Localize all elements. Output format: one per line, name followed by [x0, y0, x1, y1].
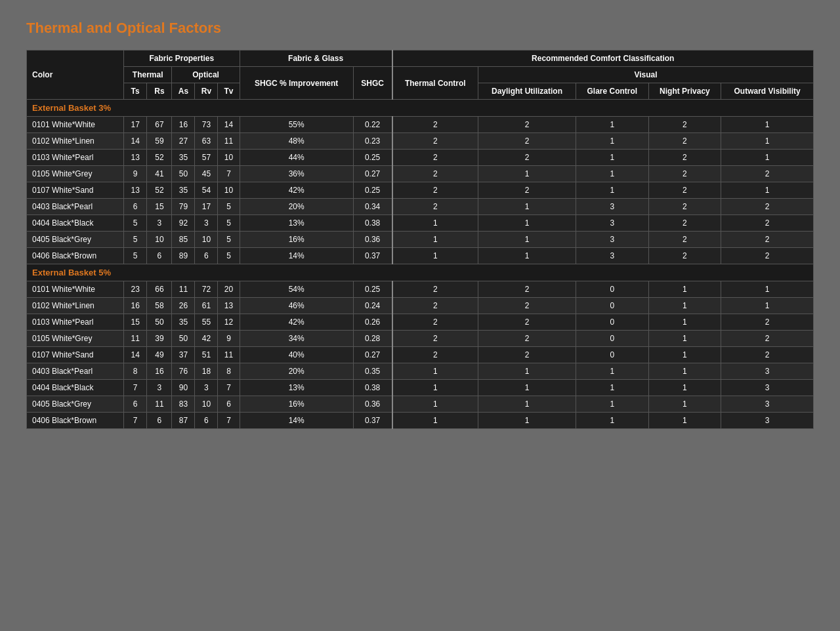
- table-row: 0403 Black*Pearl8167618820%0.3511113: [27, 363, 814, 380]
- table-row: 0405 Black*Grey6118310616%0.3611113: [27, 396, 814, 413]
- ts-header: Ts: [123, 83, 146, 100]
- table-row: 0107 White*Sand144937511140%0.2722012: [27, 347, 814, 363]
- outward-header: Outward Visibility: [721, 83, 814, 100]
- table-row: 0103 White*Pearl155035551242%0.2622012: [27, 314, 814, 331]
- shgc-header: SHGC: [353, 67, 392, 100]
- table-row: 0406 Black*Brown76876714%0.3711113: [27, 413, 814, 429]
- table-row: 0103 White*Pearl135235571044%0.2522121: [27, 150, 814, 166]
- table-row: 0101 White*White176716731455%0.2222121: [27, 117, 814, 133]
- color-header: Color: [27, 51, 124, 100]
- daylight-header: Daylight Utilization: [478, 83, 576, 100]
- tv-header: Tv: [218, 83, 240, 100]
- table-row: 0404 Black*Black53923513%0.3811322: [27, 215, 814, 232]
- rs-header: Rs: [147, 83, 172, 100]
- main-table: Color Fabric Properties Fabric & Glass R…: [26, 50, 814, 429]
- recommended-comfort-header: Recommended Comfort Classification: [392, 51, 814, 67]
- fabric-glass-header: Fabric & Glass: [240, 51, 392, 67]
- table-row: 0404 Black*Black73903713%0.3811113: [27, 380, 814, 396]
- page-title: Thermal and Optical Factors: [26, 20, 814, 37]
- night-privacy-header: Night Privacy: [648, 83, 721, 100]
- header-row-1: Color Fabric Properties Fabric & Glass R…: [27, 51, 814, 67]
- table-row: 0107 White*Sand135235541042%0.2522121: [27, 182, 814, 199]
- rv-header: Rv: [195, 83, 218, 100]
- thermal-header: Thermal: [123, 67, 172, 83]
- table-row: 0105 White*Grey9415045736%0.2721122: [27, 166, 814, 182]
- visual-header: Visual: [478, 67, 813, 83]
- section-header-0: External Basket 3%: [27, 100, 814, 117]
- optical-header: Optical: [172, 67, 240, 83]
- table-row: 0405 Black*Grey5108510516%0.3611322: [27, 232, 814, 248]
- table-row: 0102 White*Linen165826611346%0.2422011: [27, 298, 814, 314]
- table-row: 0406 Black*Brown56896514%0.3711322: [27, 248, 814, 264]
- table-row: 0105 White*Grey11395042934%0.2822012: [27, 331, 814, 347]
- header-row-2: Thermal Optical SHGC % Improvement SHGC …: [27, 67, 814, 83]
- fabric-properties-header: Fabric Properties: [123, 51, 240, 67]
- thermal-control-header: Thermal Control: [392, 67, 478, 100]
- shgc-improvement-header: SHGC % Improvement: [240, 67, 353, 100]
- glare-header: Glare Control: [576, 83, 649, 100]
- table-row: 0101 White*White236611722054%0.2522011: [27, 281, 814, 298]
- section-header-1: External Basket 5%: [27, 264, 814, 281]
- table-row: 0102 White*Linen145927631148%0.2322121: [27, 133, 814, 150]
- table-row: 0403 Black*Pearl6157917520%0.3421322: [27, 199, 814, 215]
- as-header: As: [172, 83, 195, 100]
- table-body: External Basket 3%0101 White*White176716…: [27, 100, 814, 429]
